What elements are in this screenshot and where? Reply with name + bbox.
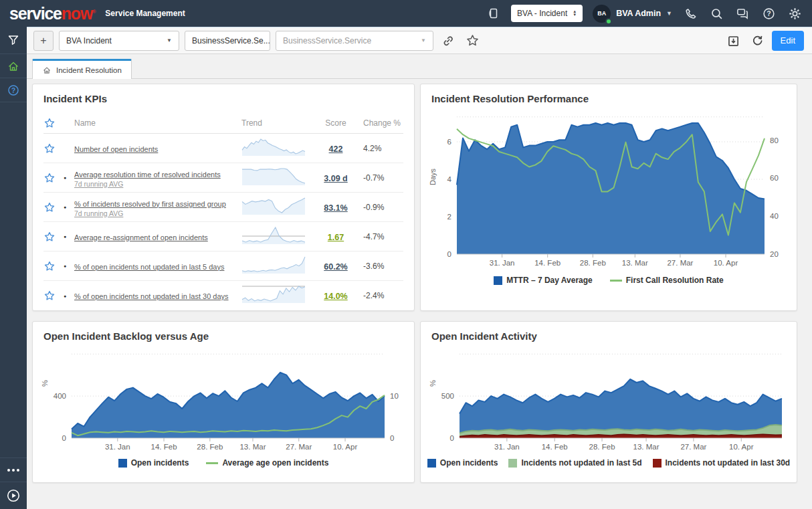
performance-chart: 02462040608031. Jan14. Feb28. Feb13. Mar… xyxy=(426,107,791,274)
favorite-star-icon[interactable] xyxy=(463,31,482,50)
activity-chart: 050031. Jan14. Feb28. Feb13. Mar27. Mar1… xyxy=(426,344,791,457)
favorite-star-icon[interactable] xyxy=(43,260,64,272)
legend-label: Average age open incidents xyxy=(222,458,328,468)
card-title: Incident KPIs xyxy=(33,84,414,104)
legend-item[interactable]: First Call Resolution Rate xyxy=(610,276,724,285)
kpi-name-link[interactable]: % of open incidents not updated in last … xyxy=(74,263,224,271)
sidebar-item-more[interactable] xyxy=(0,457,27,482)
refresh-icon[interactable] xyxy=(748,31,767,50)
column-header-trend: Trend xyxy=(241,118,311,128)
import-icon[interactable] xyxy=(724,31,742,50)
legend-swatch-box xyxy=(118,459,127,468)
kpi-change-value: -3.6% xyxy=(361,262,403,271)
legend-label: Incidents not updated in last 5d xyxy=(521,458,641,468)
kpi-name-link[interactable]: % of incidents resolved by first assigne… xyxy=(74,200,226,208)
kpi-sparkline xyxy=(241,137,311,160)
indicator-bullet: ● xyxy=(64,264,74,268)
add-tab-button[interactable]: + xyxy=(33,31,54,51)
kpi-sparkline xyxy=(241,225,311,248)
element-select[interactable]: BusinessService.Service ▼ xyxy=(276,31,433,51)
svg-text:14. Feb: 14. Feb xyxy=(151,443,177,451)
svg-text:%: % xyxy=(41,380,49,387)
avatar: BA xyxy=(593,5,611,23)
svg-text:10. Apr: 10. Apr xyxy=(729,443,754,451)
kpi-name-link[interactable]: % of open incidents not updated in last … xyxy=(74,292,229,300)
dashboard-select-value: BVA Incident xyxy=(66,36,112,45)
dashboard-select[interactable]: BVA Incident ▼ xyxy=(59,31,179,51)
kpi-score-link[interactable]: 60.2% xyxy=(324,262,347,272)
kpi-score-link[interactable]: 3.09 d xyxy=(324,174,347,183)
sidebar-item-play[interactable] xyxy=(0,482,27,509)
legend-item[interactable]: Average age open incidents xyxy=(206,458,328,468)
favorite-star-icon[interactable] xyxy=(43,117,64,129)
pages-icon[interactable] xyxy=(485,5,501,21)
legend-label: Incidents not updated in last 30d xyxy=(666,458,791,468)
svg-text:27. Mar: 27. Mar xyxy=(680,443,706,451)
gear-icon[interactable] xyxy=(787,5,803,21)
kpi-score-link[interactable]: 14.0% xyxy=(324,292,347,301)
dashboard-content: Incident Resolution Incident KPIs Name T… xyxy=(27,54,812,509)
chat-icon[interactable] xyxy=(734,5,750,21)
svg-text:13. Mar: 13. Mar xyxy=(239,443,266,451)
kpi-name-link[interactable]: Average re-assignment of open incidents xyxy=(74,233,208,241)
link-icon[interactable] xyxy=(439,31,458,50)
kpi-change-value: -0.7% xyxy=(361,173,403,183)
svg-text:60: 60 xyxy=(770,174,779,182)
kpi-name-link[interactable]: Number of open incidents xyxy=(74,145,158,153)
svg-text:?: ? xyxy=(767,9,771,17)
edit-button[interactable]: Edit xyxy=(772,31,804,51)
kpi-score-link[interactable]: 1.67 xyxy=(328,233,344,242)
user-name: BVA Admin xyxy=(616,9,661,18)
legend-item[interactable]: Incidents not updated in last 30d xyxy=(653,458,791,468)
favorite-star-icon[interactable] xyxy=(43,142,64,155)
legend-item[interactable]: Open incidents xyxy=(427,458,498,468)
svg-text:14. Feb: 14. Feb xyxy=(534,259,561,267)
chevron-down-icon: ▼ xyxy=(167,37,172,43)
play-circle-icon xyxy=(6,488,21,503)
svg-text:10. Apr: 10. Apr xyxy=(333,443,358,451)
legend-swatch-box xyxy=(427,459,436,468)
svg-text:28. Feb: 28. Feb xyxy=(589,443,615,451)
context-select-value: BVA - Incident xyxy=(517,9,567,18)
svg-text:500: 500 xyxy=(441,392,454,400)
sidebar-item-home[interactable] xyxy=(0,54,27,78)
breakdown-select-value: BusinessService.Se... xyxy=(192,36,270,45)
kpi-row: ●Average resolution time of resolved inc… xyxy=(43,163,403,193)
sidebar-item-filter[interactable] xyxy=(0,27,27,54)
servicenow-logo[interactable]: servicenow® xyxy=(9,5,96,22)
help-icon[interactable]: ? xyxy=(760,5,777,21)
tab-incident-resolution[interactable]: Incident Resolution xyxy=(32,59,132,79)
context-select[interactable]: BVA - Incident ▲▼ xyxy=(511,5,583,22)
select-sort-arrows-icon: ▲▼ xyxy=(573,10,577,17)
kpi-score-link[interactable]: 83.1% xyxy=(324,203,347,213)
legend-item[interactable]: Open incidents xyxy=(118,458,189,468)
legend-label: Open incidents xyxy=(131,458,189,468)
home-icon xyxy=(42,66,52,75)
favorite-star-icon[interactable] xyxy=(43,231,64,243)
legend-swatch-box xyxy=(508,459,517,468)
logo-service-text: service xyxy=(9,4,62,23)
user-menu[interactable]: BA BVA Admin ▼ xyxy=(593,5,672,23)
favorite-star-icon[interactable] xyxy=(43,201,64,213)
sidebar-item-help[interactable]: ? xyxy=(0,78,27,102)
kpi-score-link[interactable]: 422 xyxy=(329,144,343,154)
svg-text:0: 0 xyxy=(450,434,454,442)
indicator-bullet: ● xyxy=(64,175,74,180)
top-banner: servicenow® Service Management BVA - Inc… xyxy=(0,0,812,27)
phone-icon[interactable] xyxy=(682,5,698,21)
kpi-name-link[interactable]: Average resolution time of resolved inci… xyxy=(74,171,221,179)
favorite-star-icon[interactable] xyxy=(43,172,64,184)
legend-label: MTTR – 7 Day Average xyxy=(506,276,593,285)
search-icon[interactable] xyxy=(708,5,724,21)
legend-item[interactable]: MTTR – 7 Day Average xyxy=(494,276,593,285)
svg-text:31. Jan: 31. Jan xyxy=(490,259,515,267)
kpi-sparkline xyxy=(241,255,311,278)
favorite-star-icon[interactable] xyxy=(43,290,64,302)
legend-item[interactable]: Incidents not updated in last 5d xyxy=(508,458,641,468)
left-sidebar: ? xyxy=(0,27,27,509)
kpi-sparkline xyxy=(241,196,311,219)
breakdown-select[interactable]: BusinessService.Se... ▼ xyxy=(185,31,270,51)
column-header-name: Name xyxy=(74,118,241,128)
filter-icon xyxy=(7,33,20,47)
presence-dot xyxy=(605,18,612,25)
